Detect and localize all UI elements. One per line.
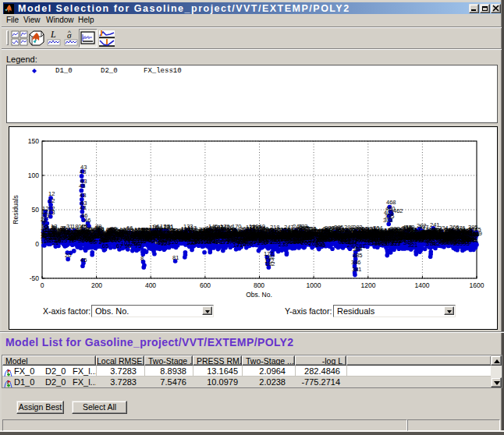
svg-text:12: 12 (48, 197, 55, 204)
svg-text:386: 386 (351, 259, 361, 266)
svg-text:50: 50 (32, 206, 40, 214)
svg-text:150: 150 (28, 137, 39, 145)
svg-text:8: 8 (140, 255, 144, 262)
svg-text:182: 182 (265, 260, 275, 267)
svg-text:-50: -50 (30, 274, 40, 282)
svg-text:46: 46 (84, 217, 91, 224)
svg-text:200: 200 (91, 281, 102, 289)
svg-text:366: 366 (307, 225, 317, 232)
svg-text:202: 202 (417, 222, 427, 229)
svg-text:166: 166 (256, 225, 266, 232)
svg-text:12: 12 (48, 190, 55, 197)
svg-text:400: 400 (145, 281, 156, 289)
svg-text:369: 369 (335, 226, 345, 233)
svg-text:1400: 1400 (415, 281, 430, 289)
svg-text:43: 43 (80, 164, 87, 171)
svg-text:385: 385 (353, 252, 363, 259)
svg-text:Obs. No.: Obs. No. (246, 291, 272, 299)
svg-text:381: 381 (352, 266, 362, 273)
svg-text:418: 418 (403, 224, 413, 231)
svg-text:800: 800 (254, 281, 264, 289)
svg-text:1479: 1479 (204, 225, 218, 232)
svg-text:20: 20 (65, 252, 71, 259)
svg-text:1000: 1000 (307, 281, 321, 289)
svg-text:600: 600 (200, 281, 211, 289)
svg-text:^: ^ (68, 30, 71, 36)
svg-text:401: 401 (469, 237, 479, 244)
svg-text:0: 0 (41, 281, 44, 289)
svg-text:50: 50 (98, 225, 104, 232)
svg-text:81: 81 (172, 254, 179, 261)
svg-text:Residuals: Residuals (12, 195, 20, 224)
svg-text:1200: 1200 (361, 281, 376, 289)
svg-text:12: 12 (48, 205, 55, 212)
svg-text:117: 117 (187, 225, 197, 232)
svg-text:0: 0 (35, 240, 39, 248)
svg-text:234: 234 (438, 225, 449, 232)
svg-text:45: 45 (80, 256, 87, 263)
svg-text:43: 43 (80, 178, 87, 185)
svg-text:43: 43 (80, 200, 87, 207)
svg-text:462: 462 (393, 207, 403, 214)
svg-text:100: 100 (28, 172, 39, 179)
svg-text:468: 468 (386, 199, 396, 206)
svg-text:2045: 2045 (468, 226, 481, 233)
svg-text:1600: 1600 (470, 281, 484, 289)
svg-text:8: 8 (44, 217, 47, 224)
svg-text:L: L (50, 30, 56, 40)
svg-text:96: 96 (153, 223, 159, 230)
svg-text:43: 43 (80, 192, 86, 199)
svg-text:137: 137 (246, 224, 256, 231)
